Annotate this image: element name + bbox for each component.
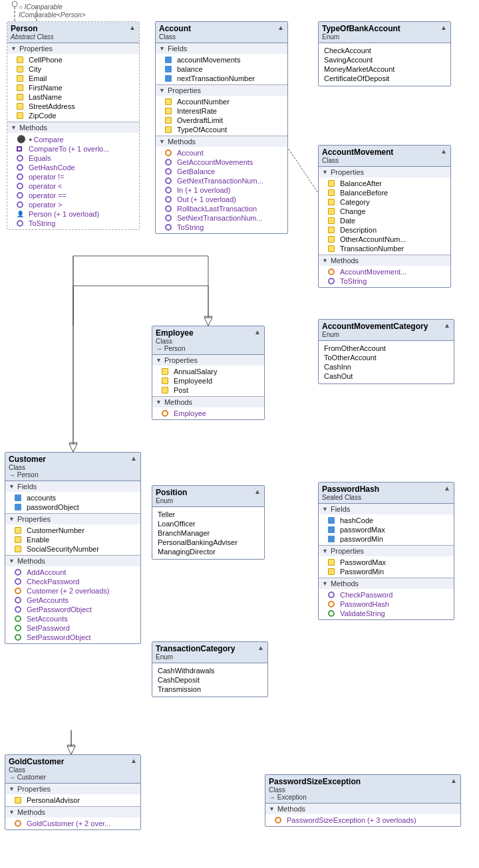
accountmovementcategory-collapse-icon[interactable]: ▲ bbox=[444, 322, 450, 329]
goldcustomer-methods-label: Methods bbox=[17, 808, 45, 816]
passwordhash-class-box: PasswordHash Sealed Class ▲ ▼ Fields has… bbox=[318, 482, 454, 620]
list-item: MoneyMarketAccount bbox=[319, 64, 450, 74]
list-item: OtherAccountNum... bbox=[319, 235, 450, 244]
svg-marker-8 bbox=[67, 745, 75, 754]
passwordhash-properties-header[interactable]: ▼ Properties bbox=[319, 546, 454, 556]
accountmovement-title: AccountMovement bbox=[322, 148, 393, 157]
typeofbankaccount-enum-box: TypeOfBankAccount Enum ▲ CheckAccount Sa… bbox=[318, 21, 451, 86]
account-properties-items: AccountNumber InterestRate OverdraftLimi… bbox=[156, 96, 287, 136]
account-methods-label: Methods bbox=[168, 138, 196, 146]
list-item: GoldCustomer (+ 2 over... bbox=[5, 819, 140, 828]
list-item: EmployeeId bbox=[152, 376, 264, 385]
account-methods-header[interactable]: ▼ Methods bbox=[156, 136, 287, 147]
goldcustomer-methods-header[interactable]: ▼ Methods bbox=[5, 807, 140, 817]
passwordhash-properties-section: ▼ Properties PasswordMax PasswordMin bbox=[319, 546, 454, 578]
list-item: LoanOfficer bbox=[152, 519, 264, 528]
passwordsizeexception-methods-label: Methods bbox=[277, 805, 305, 813]
list-item: TypeOfAccount bbox=[156, 125, 287, 134]
customer-properties-header[interactable]: ▼ Properties bbox=[5, 514, 140, 524]
list-item: Equals bbox=[7, 154, 139, 163]
list-item: Transmission bbox=[152, 685, 267, 694]
transactioncategory-collapse-icon[interactable]: ▲ bbox=[257, 644, 264, 651]
list-item: AddAccount bbox=[5, 568, 140, 577]
goldcustomer-properties-header[interactable]: ▼ Properties bbox=[5, 784, 140, 794]
accountmovement-methods-header[interactable]: ▼ Methods bbox=[319, 255, 450, 266]
position-title: Position bbox=[156, 488, 187, 497]
list-item: accounts bbox=[5, 493, 140, 502]
passwordsizeexception-methods-header[interactable]: ▼ Methods bbox=[265, 804, 460, 814]
list-item: Enable bbox=[5, 535, 140, 544]
person-collapse-icon[interactable]: ▲ bbox=[129, 24, 136, 31]
list-item: AccountMovement... bbox=[319, 267, 450, 276]
accountmovement-collapse-icon[interactable]: ▲ bbox=[440, 148, 447, 155]
list-item: nextTransactionNumber bbox=[156, 74, 287, 83]
passwordsizeexception-subtitle: Class bbox=[269, 786, 361, 794]
list-item: PersonalBankingAdviser bbox=[152, 538, 264, 547]
person-properties-header[interactable]: ▼ Properties bbox=[7, 43, 139, 54]
list-item: Description bbox=[319, 225, 450, 235]
person-methods-items: ⚫● Compare CompareTo (+ 1 overlo... Equa… bbox=[7, 133, 139, 229]
list-item: SetPasswordObject bbox=[5, 633, 140, 642]
passwordhash-fields-header[interactable]: ▼ Fields bbox=[319, 504, 454, 514]
customer-title: Customer bbox=[9, 455, 46, 464]
passwordsizeexception-collapse-icon[interactable]: ▲ bbox=[450, 777, 457, 784]
passwordhash-methods-header[interactable]: ▼ Methods bbox=[319, 578, 454, 589]
accountmovement-properties-header[interactable]: ▼ Properties bbox=[319, 167, 450, 177]
passwordhash-methods-section: ▼ Methods CheckPassword PasswordHash Val… bbox=[319, 578, 454, 619]
typeofbankaccount-collapse-icon[interactable]: ▲ bbox=[440, 24, 447, 31]
customer-fields-triangle: ▼ bbox=[9, 483, 15, 490]
employee-methods-section: ▼ Methods Employee bbox=[152, 397, 264, 419]
person-properties-items: CellPhone City Email FirstName LastName … bbox=[7, 54, 139, 122]
diagram-canvas: ○ IComparable IComparable<Person> Person… bbox=[0, 0, 479, 868]
list-item: accountMovements bbox=[156, 55, 287, 64]
svg-marker-19 bbox=[67, 746, 75, 754]
goldcustomer-properties-items: PersonalAdvisor bbox=[5, 794, 140, 806]
employee-properties-header[interactable]: ▼ Properties bbox=[152, 355, 264, 366]
customer-properties-label: Properties bbox=[17, 515, 51, 523]
transactioncategory-items: CashWithdrawals CashDeposit Transmission bbox=[152, 663, 267, 697]
customer-fields-items: accounts passwordObject bbox=[5, 492, 140, 513]
list-item: Out (+ 1 overload) bbox=[156, 195, 287, 204]
list-item: BranchManager bbox=[152, 528, 264, 538]
customer-fields-section: ▼ Fields accounts passwordObject bbox=[5, 481, 140, 514]
list-item: FromOtherAccount bbox=[319, 344, 454, 353]
account-collapse-icon[interactable]: ▲ bbox=[277, 24, 284, 31]
list-item: ValidateString bbox=[319, 609, 454, 618]
list-item: CashDeposit bbox=[152, 675, 267, 685]
account-fields-header[interactable]: ▼ Fields bbox=[156, 43, 287, 54]
customer-methods-triangle: ▼ bbox=[9, 558, 15, 564]
list-item: TransactionNumber bbox=[319, 244, 450, 253]
person-methods-label: Methods bbox=[19, 124, 47, 132]
employee-methods-header[interactable]: ▼ Methods bbox=[152, 397, 264, 407]
account-properties-header[interactable]: ▼ Properties bbox=[156, 85, 287, 96]
account-methods-triangle: ▼ bbox=[159, 138, 165, 145]
list-item: RollbackLastTransaction bbox=[156, 204, 287, 213]
accountmovement-properties-label: Properties bbox=[331, 168, 364, 176]
goldcustomer-title: GoldCustomer bbox=[9, 757, 64, 766]
list-item: BalanceAfter bbox=[319, 179, 450, 188]
position-enum-box: Position Enum ▲ Teller LoanOfficer Branc… bbox=[152, 485, 265, 560]
position-collapse-icon[interactable]: ▲ bbox=[254, 488, 261, 495]
passwordhash-header: PasswordHash Sealed Class ▲ bbox=[319, 483, 454, 504]
list-item: passwordMax bbox=[319, 525, 454, 534]
customer-collapse-icon[interactable]: ▲ bbox=[130, 455, 137, 462]
customer-class-box: Customer Class → Person ▲ ▼ Fields accou… bbox=[5, 452, 141, 644]
list-item: In (+ 1 overload) bbox=[156, 185, 287, 195]
list-item: PasswordMin bbox=[319, 567, 454, 576]
list-item: hashCode bbox=[319, 516, 454, 525]
employee-collapse-icon[interactable]: ▲ bbox=[254, 328, 261, 336]
person-methods-section: ▼ Methods ⚫● Compare CompareTo (+ 1 over… bbox=[7, 122, 139, 229]
goldcustomer-collapse-icon[interactable]: ▲ bbox=[130, 757, 137, 764]
list-item: balance bbox=[156, 64, 287, 74]
employee-parent: → Person bbox=[156, 345, 194, 352]
position-items: Teller LoanOfficer BranchManager Persona… bbox=[152, 507, 264, 559]
list-item: PasswordHash bbox=[319, 599, 454, 609]
customer-fields-header[interactable]: ▼ Fields bbox=[5, 481, 140, 492]
list-item: Date bbox=[319, 216, 450, 225]
passwordhash-collapse-icon[interactable]: ▲ bbox=[444, 485, 450, 492]
goldcustomer-properties-triangle: ▼ bbox=[9, 786, 15, 792]
person-methods-header[interactable]: ▼ Methods bbox=[7, 122, 139, 133]
customer-methods-header[interactable]: ▼ Methods bbox=[5, 556, 140, 566]
list-item: AccountNumber bbox=[156, 97, 287, 106]
accountmovement-header: AccountMovement Class ▲ bbox=[319, 146, 450, 167]
